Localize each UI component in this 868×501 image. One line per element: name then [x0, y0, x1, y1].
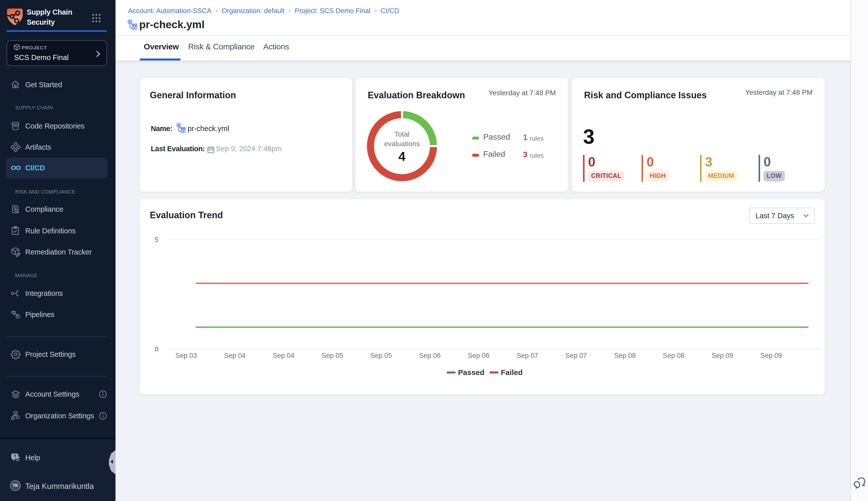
svg-text:?: ? [14, 454, 17, 458]
